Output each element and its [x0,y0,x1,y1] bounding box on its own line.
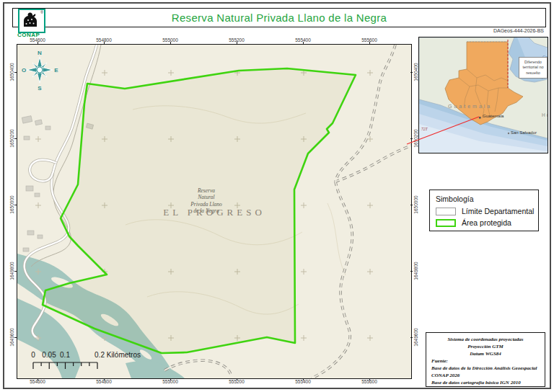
axis-tick [14,205,17,205]
legend: Simbología Límite Departamental Área pro… [429,190,539,231]
legend-item-protected-area: Área protegida [436,218,532,227]
y-axis-label-right: 1649600 [413,328,418,346]
axis-tick [410,271,413,272]
y-axis-label-right: 1650400 [413,63,418,81]
conap-emblem-jaguar-icon [19,10,41,29]
document-code: DAGeos-444-2026-BS [493,28,544,33]
legend-item-label: Límite Departamental [462,207,534,215]
axis-tick [237,378,237,380]
axis-tick [38,42,38,44]
conap-logo: ® [18,9,45,33]
compass-east-label: E [54,67,58,74]
note-line: territorial no [519,65,547,70]
note-line: Diferendo [519,60,547,65]
y-axis-label-left: 1650200 [9,129,14,147]
axis-tick [170,378,171,380]
axis-tick [14,337,17,338]
scale-label: 0.2 Kilómetros [94,351,141,359]
san-salvador-marker [508,133,509,134]
page-title: Reserva Natural Privada Llano de la Negr… [172,12,387,24]
protected-area-swatch [436,219,456,227]
compass-north-label: N [38,50,42,56]
departmental-limit-swatch [436,208,456,215]
axis-tick [14,72,17,73]
credits-line: Base de datos cartografía básica IGN 201… [431,380,540,387]
axis-tick [369,42,370,44]
legend-title: Simbología [436,195,532,203]
axis-tick [104,42,105,44]
y-axis-label-right: 1650000 [413,195,418,213]
axis-tick [369,378,370,380]
department-label: EL PROGRESO [163,207,265,218]
credits-line: Base de datos de la Dirección Análisis G… [431,365,540,373]
inset-zone-label: 72T [421,127,428,131]
credits-line: CONAP 2026 [431,373,540,380]
y-axis-label-left: 1650400 [9,63,14,81]
reserve-label-line: Reserva [190,187,222,194]
y-axis-label-left: 1649800 [9,262,14,280]
axis-tick [104,378,105,380]
axis-tick [303,378,304,380]
legend-item-label: Área protegida [462,218,511,227]
registered-mark: ® [40,10,43,14]
scale-bar-labels: 0 0.05 0.1 0.2 Kilómetros [30,351,159,360]
credits-line: Proyección GTM [431,344,540,351]
legend-item-departmental-limit: Límite Departamental [436,207,532,215]
y-axis-label-left: 1649600 [9,328,14,346]
axis-tick [410,72,413,73]
credits-box: Sistema de coordenadas proyectadas Proye… [426,332,545,387]
note-line: resuelto [519,71,547,76]
inset-country-label: Guatemala [448,104,492,109]
axis-tick [38,378,38,380]
inset-locator-map: Diferendo territorial no resuelto Guatem… [418,37,548,153]
guatemala-city-marker [479,117,481,119]
inset-canvas [419,37,548,153]
axis-tick [14,271,17,272]
y-axis-label-right: 1649800 [413,262,418,280]
reserve-label-line: Natural [190,194,222,200]
credits-line: Sistema de coordenadas proyectadas [431,337,540,344]
compass-west-label: O [22,67,26,74]
map-document-page: Reserva Natural Privada Llano de la Negr… [0,0,554,392]
compass-rose-icon: N E S O [20,48,61,92]
main-map: Reserva Natural Privada Llano de la Negr… [17,44,412,379]
y-axis-label-left: 1650000 [9,195,14,213]
scale-bar-ruler [30,362,105,372]
title-banner: Reserva Natural Privada Llano de la Negr… [12,8,546,27]
credits-line: Datum WGS84 [431,351,540,358]
scale-label: 0.05 [42,351,56,359]
y-axis-label-right: 1650200 [413,129,418,147]
inset-honduras-label: Honduras [542,112,548,117]
scale-label: 0.1 [60,351,70,359]
axis-tick [170,42,171,44]
axis-tick [410,337,413,338]
compass-south-label: S [38,85,42,92]
inset-san-salvador-label: San Salvador [511,130,537,135]
axis-tick [410,138,413,139]
axis-tick [410,205,413,205]
conap-logo-text: CONAP [17,32,46,38]
axis-tick [237,42,237,44]
credits-line: Fuente: [431,358,540,365]
inset-capital-label: Guatemala [483,114,504,118]
territorial-note-box: Diferendo territorial no resuelto [519,57,548,79]
axis-tick [303,42,304,44]
axis-tick [14,138,17,139]
scale-label: 0 [31,351,35,359]
